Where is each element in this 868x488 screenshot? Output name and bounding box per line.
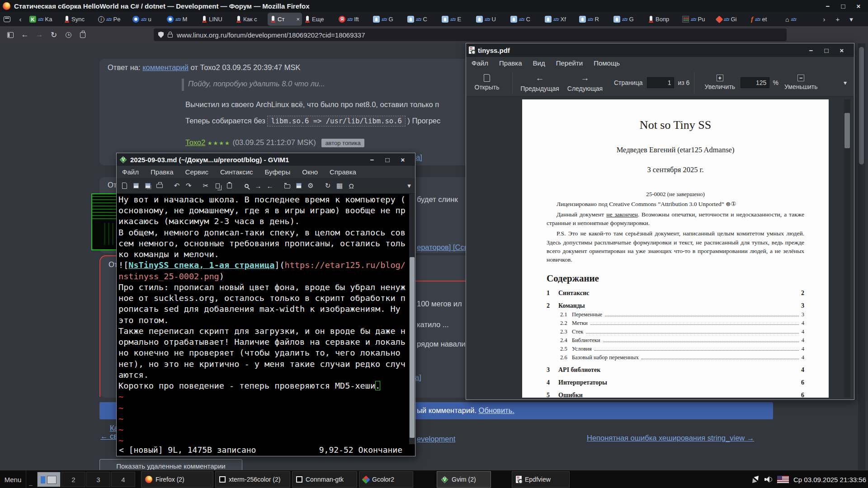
comment-link[interactable]: комментарий [142, 63, 189, 71]
menu-go[interactable]: Перейти [556, 59, 583, 67]
gvim-text-area[interactable]: Ну вот и началась школа. В последнее вре… [117, 194, 409, 444]
minimize-button[interactable]: − [365, 155, 379, 164]
browser-tab[interactable]: fzZzet [749, 13, 783, 26]
menu-buffers[interactable]: Буферы [265, 168, 291, 176]
browser-tab[interactable]: zZzU [474, 13, 508, 26]
menu-file[interactable]: Файл [122, 168, 139, 176]
url-bar[interactable]: www.linux.org.ru/forum/development/18069… [154, 28, 787, 41]
scrollbar-thumb[interactable] [844, 113, 850, 148]
browser-tab[interactable]: ⌂zZz [783, 13, 817, 26]
redo-button[interactable]: ↷ [183, 180, 194, 192]
prev-topic-link-fragment[interactable]: ← св [100, 432, 118, 441]
menu-view[interactable]: Вид [533, 59, 545, 67]
undo-button[interactable]: ↶ [171, 180, 183, 192]
comment-links-fragment[interactable]: а] [416, 153, 422, 162]
menu-syntax[interactable]: Синтаксис [220, 168, 253, 176]
taskbar-item-firefox[interactable]: Firefox (2) [141, 471, 213, 488]
workspace-1[interactable] [37, 472, 61, 487]
back-button[interactable]: ← [18, 28, 32, 41]
open-file-button[interactable] [118, 180, 130, 192]
scroll-tabs-right-button[interactable]: › [817, 13, 831, 26]
comment-links-fragment[interactable]: а] [415, 373, 421, 382]
taskbar-item-epdfview[interactable]: Epdfview [512, 471, 570, 488]
browser-tab[interactable]: zZzu [130, 13, 165, 26]
find-next-button[interactable]: → [252, 180, 264, 192]
find-replace-button[interactable] [241, 180, 252, 192]
browser-tab[interactable]: LINU [199, 13, 233, 26]
browser-tab[interactable]: zZzG [371, 13, 405, 26]
taskbar-item-connman[interactable]: Connman-gtk [292, 471, 357, 488]
browser-tab[interactable]: ЯzZzlft [336, 13, 371, 26]
new-tab-button[interactable]: + [831, 13, 844, 26]
pdf-titlebar[interactable]: tinyss.pdf − □ × [466, 43, 854, 57]
minimize-button[interactable]: − [804, 45, 818, 55]
pdf-scrollbar[interactable] [844, 99, 850, 398]
browser-tab[interactable]: izZzPe [96, 13, 130, 26]
next-page-button[interactable]: → Следующая [562, 69, 608, 96]
menu-edit[interactable]: Правка [499, 59, 522, 67]
close-button[interactable]: × [835, 45, 849, 55]
comment-links-fragment[interactable]: ераторов] [Ссы [417, 243, 470, 252]
url-text[interactable]: www.linux.org.ru/forum/development/18069… [177, 31, 365, 39]
keyboard-layout-us-flag-icon[interactable] [777, 476, 789, 483]
author-link[interactable]: Тохо2 [185, 138, 205, 146]
list-tabs-button[interactable]: ▾ [844, 13, 858, 26]
browser-tab[interactable]: zZzC [508, 13, 542, 26]
gvim-titlebar[interactable]: V 2025-09-03.md (~/Докум...u/preroot/blo… [117, 153, 415, 166]
taskbar-clock[interactable]: Ср 03.09.2025 21:33:56 [793, 476, 866, 483]
zoom-out-button[interactable]: − Уменьшить [778, 69, 824, 96]
browser-tab[interactable]: Еще [302, 13, 336, 26]
previous-page-button[interactable]: ← Предыдущая [517, 69, 562, 96]
tab-overview-button[interactable] [0, 13, 14, 26]
browser-tab[interactable]: Вопр [646, 13, 680, 26]
scrollbar-thumb[interactable] [859, 47, 864, 164]
workspace-3[interactable]: 3 [86, 472, 110, 487]
scrollbar-thumb[interactable] [410, 257, 415, 438]
find-prev-button[interactable]: ← [264, 180, 276, 192]
workspace-2[interactable]: 2 [61, 472, 85, 487]
zoom-in-button[interactable]: + Увеличить [699, 69, 741, 96]
toolbar-overflow-button[interactable]: ▾ [844, 79, 847, 86]
browser-tab[interactable]: KzZzKa [27, 13, 61, 26]
cut-button[interactable]: ✂ [200, 180, 212, 192]
browser-tab[interactable]: zZzG [611, 13, 646, 26]
minimize-button[interactable]: − [821, 1, 835, 11]
browser-tab[interactable]: Sync [61, 13, 96, 26]
save-all-button[interactable] [142, 180, 154, 192]
zoom-level-input[interactable] [741, 77, 769, 88]
toolbar-overflow-button[interactable]: ▾ [403, 180, 415, 192]
lock-icon[interactable] [168, 34, 173, 38]
browser-tab[interactable]: zZzGi [714, 13, 749, 26]
paste-button[interactable] [223, 180, 235, 192]
taskbar-item-gcolor2[interactable]: Gcolor2 [359, 471, 413, 488]
refresh-link[interactable]: Обновить. [479, 406, 514, 414]
maximize-button[interactable]: □ [820, 45, 833, 55]
browser-tab[interactable]: Как с [233, 13, 268, 26]
close-button[interactable]: × [852, 1, 865, 11]
gvim-scrollbar[interactable] [409, 194, 415, 444]
tracking-shield-icon[interactable] [158, 32, 164, 38]
layout-switcher-icon[interactable] [751, 475, 760, 483]
menu-file[interactable]: Файл [472, 59, 488, 67]
copy-button[interactable] [212, 180, 223, 192]
browser-tab[interactable]: zZzC [405, 13, 439, 26]
menu-edit[interactable]: Правка [151, 168, 174, 176]
history-button[interactable] [61, 28, 75, 41]
page-scrollbar[interactable] [858, 43, 865, 470]
menu-help[interactable]: Помощь [594, 59, 620, 67]
sidebar-button[interactable] [4, 28, 17, 41]
open-button[interactable]: Открыть [466, 69, 508, 96]
section-link-fragment[interactable]: evelopment [417, 435, 455, 443]
show-desktop-button[interactable]: _ [27, 470, 34, 488]
run-script-button[interactable]: ⚙ [305, 180, 316, 192]
save-button[interactable] [130, 180, 142, 192]
browser-tab-active[interactable]: Ст× [268, 13, 302, 26]
maximize-button[interactable]: □ [836, 1, 850, 11]
make-button[interactable]: ↻ [322, 180, 334, 192]
show-deleted-comments-button[interactable]: Показать удаленные комментарии [99, 459, 242, 470]
next-topic-link[interactable]: Непонятная ошибка хеширования string_vie… [587, 434, 754, 442]
jump-to-tag-button[interactable]: Ω [345, 180, 357, 192]
reload-button[interactable]: ↻ [47, 28, 61, 41]
save-session-button[interactable] [293, 180, 305, 192]
close-button[interactable]: × [396, 155, 410, 164]
